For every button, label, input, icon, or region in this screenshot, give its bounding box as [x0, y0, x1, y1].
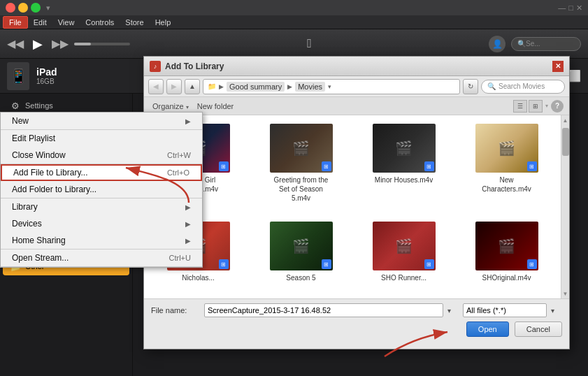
close-icon[interactable]: ✕ — [576, 3, 582, 13]
search-placeholder: Se... — [526, 40, 540, 48]
title-bar-right: — □ ✕ — [558, 3, 582, 13]
dialog-app-icon: ♪ — [150, 61, 161, 72]
open-stream-shortcut: Ctrl+U — [169, 254, 191, 262]
open-button[interactable]: Open — [466, 321, 509, 337]
settings-icon: ⚙ — [10, 101, 21, 111]
dropdown-close-window[interactable]: Close Window Ctrl+W — [1, 147, 202, 164]
filename-input[interactable] — [204, 303, 443, 317]
home-sharing-arrow: ▶ — [185, 237, 191, 245]
transport-middle:  — [136, 36, 483, 51]
breaking-bad-thumb: 🎬 ⊞ — [270, 222, 333, 270]
organize-button[interactable]: Organize ▾ — [150, 101, 192, 112]
dialog-bottom: File name: ▾ ▾ Open Cancel — [144, 298, 569, 349]
open-stream-label: Open Stream... — [12, 253, 69, 263]
close-window-shortcut: Ctrl+W — [167, 151, 191, 159]
submenu-arrow: ▶ — [185, 117, 191, 125]
dropdown-home-sharing[interactable]: Home Sharing ▶ — [1, 232, 202, 249]
devices-label: Devices — [12, 219, 42, 229]
scroll-thumb[interactable] — [562, 128, 569, 156]
add-to-library-dialog: ♪ Add To Library ✕ ◀ ▶ ▲ 📁 ▶ Good summar… — [143, 56, 570, 349]
back-button[interactable]: ◀ — [148, 79, 164, 94]
minor-badge: ⊞ — [424, 161, 434, 171]
dialog-toolbar: ◀ ▶ ▲ 📁 ▶ Good summary ▶ Movies ▾ ↻ 🔍 Se… — [144, 76, 569, 97]
rewind-button[interactable]: ◀◀ — [7, 37, 24, 50]
file-item-downton[interactable]: 🎬 ⊞ New Characters.m4v — [458, 121, 555, 213]
maximize-button[interactable] — [31, 3, 41, 13]
dropdown-add-file[interactable]: Add File to Library... Ctrl+O — [1, 164, 202, 181]
file-item-minor[interactable]: 🎬 ⊞ Minor Houses.m4v — [355, 121, 452, 213]
dexter-overlay: 🎬 — [498, 238, 515, 254]
help-button[interactable]: ? — [551, 100, 564, 113]
menu-view[interactable]: View — [52, 17, 80, 28]
breadcrumb-sep-1: ▶ — [219, 83, 224, 90]
dialog-scrollbar[interactable]: ▲ ▼ — [561, 115, 569, 298]
add-file-shortcut: Ctrl+O — [167, 168, 189, 177]
dialog-search-placeholder: Search Movies — [499, 82, 545, 90]
dropdown-add-folder[interactable]: Add Folder to Library... — [1, 181, 202, 198]
file-item-sho-runner[interactable]: 🎬 ⊞ SHO Runner... — [355, 219, 452, 293]
up-button[interactable]: ▲ — [185, 79, 200, 94]
restore-icon[interactable]: □ — [568, 3, 573, 13]
address-bar[interactable]: 📁 ▶ Good summary ▶ Movies ▾ — [203, 79, 460, 94]
filetype-select[interactable] — [463, 303, 547, 317]
dialog-close-button[interactable]: ✕ — [552, 61, 564, 72]
dialog-search-box[interactable]: 🔍 Search Movies — [481, 80, 565, 94]
cancel-button[interactable]: Cancel — [515, 321, 562, 337]
add-folder-label: Add Folder to Library... — [12, 185, 96, 194]
minimize-button[interactable] — [18, 3, 28, 13]
menu-bar: File Edit View Controls Store Help — [0, 15, 588, 29]
minor-thumb: 🎬 ⊞ — [373, 124, 436, 173]
homeland1-name: Nicholas... — [182, 273, 215, 282]
menu-help[interactable]: Help — [150, 17, 177, 28]
dropdown-library[interactable]: Library ▶ — [1, 198, 202, 215]
breaking-bad-badge: ⊞ — [322, 259, 331, 269]
dialog-search-icon: 🔍 — [487, 82, 496, 90]
transport-search[interactable]: 🔍 Se... — [511, 37, 581, 51]
window-menu-icon[interactable]: ▾ — [46, 3, 50, 13]
close-button[interactable] — [6, 3, 15, 13]
dropdown-devices[interactable]: Devices ▶ — [1, 215, 202, 232]
view-list-button[interactable]: ☰ — [513, 100, 527, 113]
file-grid: 🎬 ⊞ Gossip Girl Couture.m4v 🎬 ⊞ Greeting… — [144, 115, 561, 298]
breadcrumb-good-summary[interactable]: Good summary — [227, 82, 285, 92]
dialog-buttons: Open Cancel — [151, 321, 562, 337]
address-dropdown-arrow[interactable]: ▾ — [328, 83, 331, 90]
minimize-icon[interactable]: — — [558, 3, 566, 13]
fast-forward-button[interactable]: ▶▶ — [52, 37, 69, 50]
gossip-girl-badge: ⊞ — [219, 161, 229, 171]
title-bar: ▾ — □ ✕ — [0, 0, 588, 15]
new-folder-button[interactable]: New folder — [197, 102, 234, 110]
breadcrumb-movies[interactable]: Movies — [295, 82, 325, 92]
progress-bar[interactable] — [74, 43, 130, 45]
menu-file[interactable]: File — [3, 16, 28, 29]
account-icon[interactable]: 👤 — [489, 36, 505, 52]
add-file-label: Add File to Library... — [13, 168, 88, 178]
devices-arrow: ▶ — [185, 220, 191, 228]
menu-controls[interactable]: Controls — [80, 17, 120, 28]
file-item-greeting[interactable]: 🎬 ⊞ Greeting from the Set of Season 5.m4… — [252, 121, 350, 213]
dexter-name: SHOriginal.m4v — [482, 273, 531, 282]
menu-store[interactable]: Store — [120, 17, 149, 28]
filetype-dropdown-arrow[interactable]: ▾ — [551, 307, 562, 314]
dropdown-new[interactable]: New ▶ — [1, 113, 202, 129]
library-arrow: ▶ — [185, 203, 191, 211]
menu-edit[interactable]: Edit — [28, 17, 52, 28]
new-label: New — [12, 116, 29, 126]
file-grid-container: 🎬 ⊞ Gossip Girl Couture.m4v 🎬 ⊞ Greeting… — [144, 115, 569, 298]
breaking-bad-overlay: 🎬 — [292, 238, 310, 254]
scroll-down-button[interactable]: ▼ — [562, 289, 569, 298]
dropdown-edit-playlist[interactable]: Edit Playlist — [1, 130, 202, 147]
refresh-button[interactable]: ↻ — [463, 79, 478, 94]
scroll-up-button[interactable]: ▲ — [562, 115, 569, 125]
dialog-view-buttons: ☰ ⊞ ▾ ? — [513, 100, 564, 113]
view-sep: ▾ — [545, 103, 548, 109]
play-button[interactable]: ▶ — [29, 36, 46, 52]
file-item-breaking-bad[interactable]: 🎬 ⊞ Season 5 — [252, 219, 350, 293]
home-sharing-label: Home Sharing — [12, 236, 66, 245]
filename-dropdown-arrow[interactable]: ▾ — [447, 307, 459, 314]
dropdown-open-stream[interactable]: Open Stream... Ctrl+U — [1, 250, 202, 266]
view-grid-button[interactable]: ⊞ — [529, 100, 543, 113]
file-item-dexter[interactable]: 🎬 ⊞ SHOriginal.m4v — [458, 219, 555, 293]
forward-button[interactable]: ▶ — [166, 79, 182, 94]
dexter-badge: ⊞ — [527, 259, 537, 269]
